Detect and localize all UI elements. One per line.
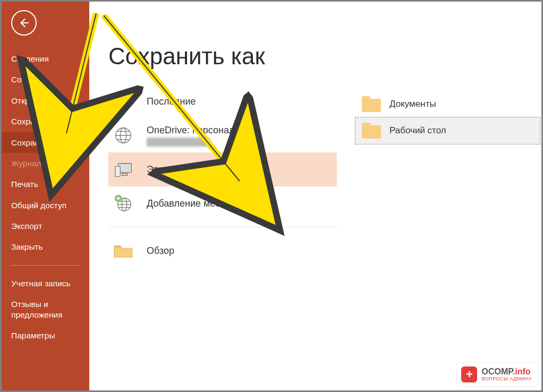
folder-row-documents[interactable]: Документы (355, 91, 540, 117)
sidebar-item-label: Сохранить как (11, 138, 66, 147)
svg-rect-5 (122, 174, 128, 176)
sidebar-item-label: Экспорт (11, 221, 42, 231)
sidebar-item-info[interactable]: Сведения (2, 48, 89, 69)
sidebar-item-label: Общий доступ (11, 201, 66, 210)
location-divider (108, 227, 337, 227)
location-label: Этот компьютер (147, 164, 334, 175)
sidebar-item-share[interactable]: Общий доступ (2, 195, 89, 216)
folder-label: Рабочий стол (389, 125, 446, 136)
watermark-plus-icon: + (461, 367, 477, 382)
folder-row-desktop[interactable]: Рабочий стол (355, 117, 540, 144)
page-title: Сохранить как (108, 43, 522, 70)
locations-list: Последние OneDrive: персональный ███████… (108, 84, 337, 268)
watermark-logo: + OCOMP.info ВОПРОСЫ АДМИНУ (457, 363, 537, 386)
location-onedrive[interactable]: OneDrive: персональный ████████████ (108, 118, 337, 152)
folder-icon (362, 96, 381, 112)
sidebar-separator (11, 265, 80, 266)
sidebar-item-label: Открыть (11, 96, 44, 105)
folder-label: Документы (389, 99, 436, 109)
sidebar-item-save[interactable]: Сохранить (2, 111, 89, 132)
location-this-pc[interactable]: Этот компьютер (108, 152, 337, 186)
svg-rect-4 (115, 166, 121, 176)
sidebar-item-feedback[interactable]: Отзывы и предложения (2, 294, 89, 325)
location-label: Обзор (147, 245, 334, 257)
folder-list: Документы Рабочий стол (355, 91, 540, 144)
location-label: Последние (147, 96, 334, 107)
sidebar-item-new[interactable]: Создать (2, 69, 89, 90)
main-content: Сохранить как Последние OneDrive: персон… (89, 2, 541, 390)
watermark-brand: OCOMP.info (481, 368, 532, 376)
sidebar-item-label: Сведения (11, 54, 49, 63)
location-add-place[interactable]: Добавление места (108, 186, 337, 220)
sidebar-item-label: Параметры (11, 331, 55, 340)
backstage-sidebar: Сведения Создать Открыть Сохранить Сохра… (2, 2, 89, 390)
this-pc-icon (112, 158, 135, 181)
location-label: Добавление места (147, 198, 334, 209)
sidebar-item-label: Печать (11, 180, 38, 189)
sidebar-item-history: Журнал (2, 153, 89, 174)
folder-icon (362, 123, 381, 139)
browse-folder-icon (112, 239, 135, 262)
onedrive-icon (112, 124, 135, 147)
sidebar-item-open[interactable]: Открыть (2, 90, 89, 111)
location-browse[interactable]: Обзор (108, 234, 337, 268)
sidebar-item-label: Журнал (11, 159, 41, 168)
sidebar-item-label: Сохранить (11, 117, 52, 126)
location-recent[interactable]: Последние (108, 84, 337, 118)
location-sublabel: ████████████ (147, 138, 334, 146)
sidebar-item-export[interactable]: Экспорт (2, 216, 89, 236)
clock-icon (112, 90, 135, 113)
back-button[interactable] (11, 10, 37, 36)
sidebar-item-label: Закрыть (11, 242, 43, 251)
location-label: OneDrive: персональный (147, 125, 334, 136)
sidebar-item-label: Учетная запись (11, 279, 71, 288)
watermark-tagline: ВОПРОСЫ АДМИНУ (481, 377, 532, 381)
sidebar-item-label: Создать (11, 75, 43, 84)
sidebar-item-print[interactable]: Печать (2, 174, 89, 194)
sidebar-item-account[interactable]: Учетная запись (2, 273, 89, 294)
back-arrow-icon (17, 16, 31, 30)
add-place-icon (112, 192, 135, 215)
sidebar-item-options[interactable]: Параметры (2, 325, 89, 346)
sidebar-item-save-as[interactable]: Сохранить как (2, 132, 89, 153)
sidebar-item-label: Отзывы и предложения (11, 300, 63, 319)
sidebar-item-close[interactable]: Закрыть (2, 236, 89, 257)
